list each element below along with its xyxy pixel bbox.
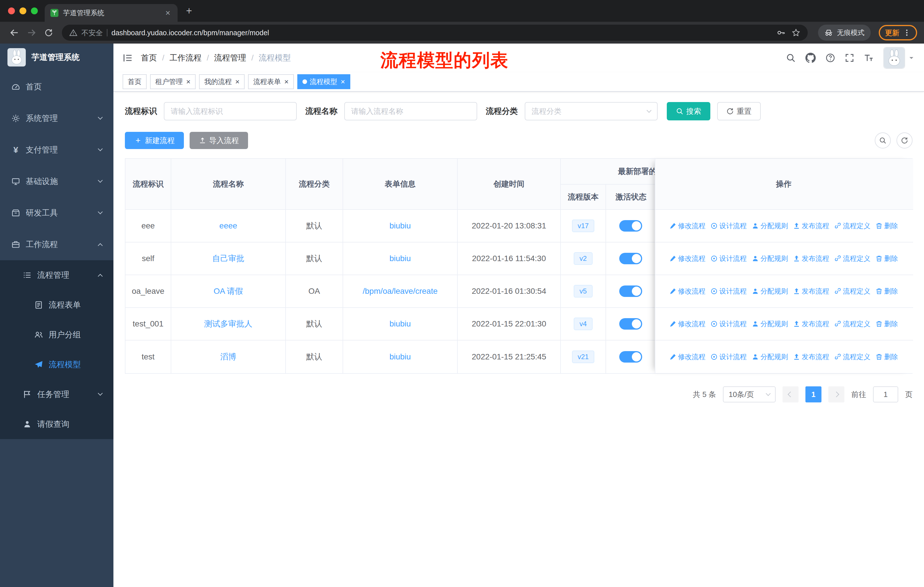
tag-close-icon[interactable]: ×: [186, 78, 190, 86]
action-link[interactable]: 发布流程: [793, 221, 829, 230]
action-link[interactable]: 删除: [876, 352, 898, 361]
action-link[interactable]: 分配规则: [752, 254, 788, 263]
breadcrumb-item[interactable]: 工作流程: [170, 53, 201, 63]
sidebar-menu-item[interactable]: 用户分组: [0, 320, 114, 350]
action-link[interactable]: 发布流程: [793, 254, 829, 263]
action-link[interactable]: 修改流程: [669, 352, 705, 361]
action-link[interactable]: 流程定义: [834, 221, 870, 230]
action-link[interactable]: 设计流程: [711, 254, 747, 263]
fullscreen-icon[interactable]: [845, 53, 854, 63]
action-link[interactable]: 分配规则: [752, 221, 788, 230]
forward-button[interactable]: [24, 25, 39, 40]
active-switch[interactable]: [619, 318, 642, 330]
action-link[interactable]: 发布流程: [793, 352, 829, 361]
sidebar-menu-item[interactable]: 任务管理: [0, 379, 114, 409]
active-switch[interactable]: [619, 220, 642, 231]
action-link[interactable]: 流程定义: [834, 254, 870, 263]
process-name-link[interactable]: OA 请假: [214, 287, 243, 296]
action-link[interactable]: 删除: [876, 254, 898, 263]
view-tag[interactable]: 我的流程 ×: [199, 74, 244, 89]
process-name-input[interactable]: [344, 102, 477, 121]
action-link[interactable]: 设计流程: [711, 319, 747, 329]
sidebar-menu-item[interactable]: 基础设施: [0, 166, 114, 197]
process-key-input[interactable]: [164, 102, 297, 121]
sidebar-menu-item[interactable]: 研发工具: [0, 197, 114, 229]
sidebar-menu-item[interactable]: 请假查询: [0, 409, 114, 439]
window-close-button[interactable]: [8, 7, 15, 14]
active-switch[interactable]: [619, 286, 642, 297]
window-zoom-button[interactable]: [31, 7, 38, 14]
font-size-icon[interactable]: [864, 53, 874, 63]
action-link[interactable]: 流程定义: [834, 287, 870, 296]
create-process-button[interactable]: + 新建流程: [125, 132, 184, 149]
process-name-link[interactable]: 滔博: [220, 352, 236, 361]
sidebar-menu-item[interactable]: 流程管理: [0, 260, 114, 290]
next-page-button[interactable]: [828, 386, 844, 402]
breadcrumb-item[interactable]: 流程管理: [214, 53, 246, 63]
prev-page-button[interactable]: [782, 386, 799, 402]
active-switch[interactable]: [619, 253, 642, 264]
import-process-button[interactable]: 导入流程: [190, 132, 248, 149]
action-link[interactable]: 发布流程: [793, 319, 829, 329]
action-link[interactable]: 流程定义: [834, 319, 870, 329]
action-link[interactable]: 删除: [876, 221, 898, 230]
page-size-select[interactable]: 10条/页: [723, 386, 776, 402]
category-select[interactable]: 流程分类: [525, 102, 658, 121]
breadcrumb-item[interactable]: 首页: [141, 53, 157, 63]
tag-close-icon[interactable]: ×: [284, 78, 289, 86]
reload-button[interactable]: [41, 25, 56, 40]
action-link[interactable]: 分配规则: [752, 352, 788, 361]
process-name-link[interactable]: 自己审批: [212, 254, 244, 263]
process-name-link[interactable]: eeee: [219, 221, 237, 230]
action-link[interactable]: 分配规则: [752, 287, 788, 296]
action-link[interactable]: 修改流程: [669, 287, 705, 296]
form-link[interactable]: biubiu: [389, 254, 411, 263]
goto-page-input[interactable]: [873, 386, 898, 402]
menu-fold-icon[interactable]: [122, 53, 133, 63]
action-link[interactable]: 流程定义: [834, 352, 870, 361]
tag-close-icon[interactable]: ×: [235, 78, 239, 86]
address-bar[interactable]: 不安全 dashboard.yudao.iocoder.cn/bpm/manag…: [62, 25, 808, 41]
action-link[interactable]: 修改流程: [669, 254, 705, 263]
app-logo[interactable]: 芋道管理系统: [0, 43, 114, 71]
update-chip[interactable]: 更新: [879, 25, 917, 40]
tab-close-icon[interactable]: ×: [164, 9, 172, 17]
page-button-1[interactable]: 1: [805, 386, 822, 402]
action-link[interactable]: 发布流程: [793, 287, 829, 296]
help-icon[interactable]: [825, 53, 835, 63]
sidebar-menu-item[interactable]: 流程模型: [0, 350, 114, 379]
github-icon[interactable]: [805, 53, 816, 63]
view-tag[interactable]: 流程表单 ×: [248, 74, 294, 89]
action-link[interactable]: 删除: [876, 319, 898, 329]
action-link[interactable]: 修改流程: [669, 319, 705, 329]
view-tag[interactable]: 租户管理 ×: [150, 74, 196, 89]
password-key-icon[interactable]: [777, 28, 785, 37]
header-search-icon[interactable]: [786, 53, 796, 63]
browser-tab[interactable]: 芋道管理系统 ×: [45, 4, 178, 22]
form-link[interactable]: biubiu: [389, 352, 411, 361]
refresh-table-button[interactable]: [896, 132, 912, 149]
sidebar-menu-item[interactable]: ¥ 支付管理: [0, 134, 114, 166]
toggle-search-button[interactable]: [875, 132, 891, 149]
process-name-link[interactable]: 测试多审批人: [204, 319, 252, 328]
sidebar-menu-item[interactable]: 首页: [0, 71, 114, 103]
browser-menu-icon[interactable]: [903, 29, 911, 37]
view-tag[interactable]: 流程模型 ×: [297, 74, 350, 89]
reset-button[interactable]: 重置: [717, 102, 761, 121]
action-link[interactable]: 设计流程: [711, 352, 747, 361]
action-link[interactable]: 删除: [876, 287, 898, 296]
action-link[interactable]: 设计流程: [711, 287, 747, 296]
sidebar-menu-item[interactable]: 工作流程: [0, 229, 114, 260]
action-link[interactable]: 修改流程: [669, 221, 705, 230]
view-tag[interactable]: 首页: [122, 74, 147, 89]
action-link[interactable]: 分配规则: [752, 319, 788, 329]
window-minimize-button[interactable]: [20, 7, 26, 14]
form-link[interactable]: biubiu: [389, 221, 411, 230]
back-button[interactable]: [7, 25, 22, 40]
active-switch[interactable]: [619, 351, 642, 362]
new-tab-button[interactable]: +: [185, 6, 194, 15]
action-link[interactable]: 设计流程: [711, 221, 747, 230]
search-button[interactable]: 搜索: [667, 102, 710, 121]
form-link[interactable]: biubiu: [389, 319, 411, 328]
form-link[interactable]: /bpm/oa/leave/create: [363, 287, 438, 296]
